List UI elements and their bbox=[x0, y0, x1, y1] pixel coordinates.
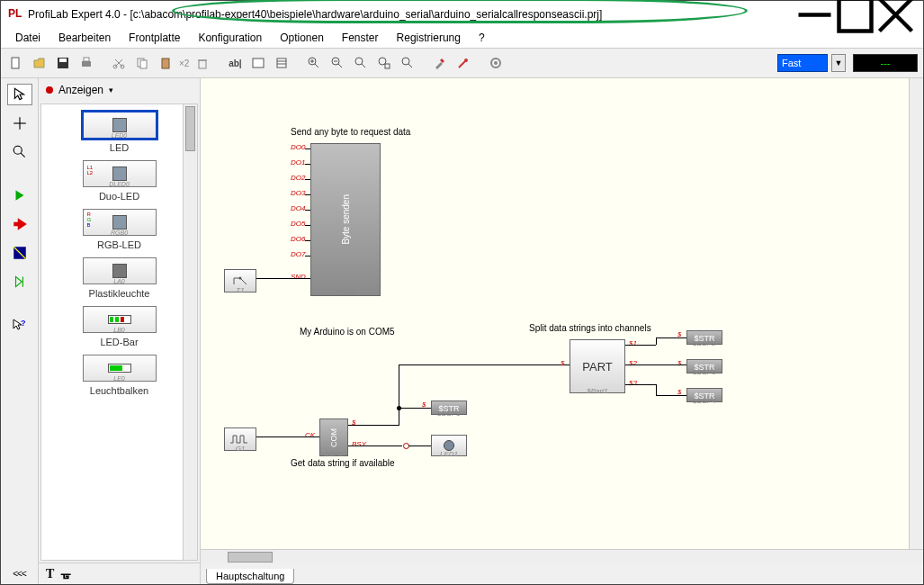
svg-line-32 bbox=[408, 64, 412, 68]
svg-rect-14 bbox=[199, 60, 206, 68]
canvas-vertical-scrollbar[interactable] bbox=[909, 78, 923, 549]
svg-rect-4 bbox=[12, 58, 19, 68]
zoom-out-button[interactable] bbox=[327, 53, 347, 73]
schematic-text: Split data strings into channels bbox=[529, 323, 651, 333]
block-part[interactable]: PART bbox=[570, 339, 625, 393]
zoom-in-button[interactable] bbox=[304, 53, 324, 73]
svg-line-25 bbox=[338, 64, 342, 68]
library-item-leuchtbalken[interactable]: LE0 Leuchtbalken bbox=[43, 349, 195, 398]
svg-rect-30 bbox=[385, 64, 390, 68]
list-button[interactable] bbox=[272, 53, 292, 73]
new-file-button[interactable] bbox=[6, 53, 26, 73]
library-panel: Anzeigen ▾ LED0 LED DLED0L1L2 Duo-LED RG… bbox=[39, 78, 201, 584]
speed-dropdown-button[interactable]: ▼ bbox=[831, 54, 846, 72]
library-item-plastik[interactable]: LA0 Plastikleuchte bbox=[43, 252, 195, 301]
library-item-duoled[interactable]: DLED0L1L2 Duo-LED bbox=[43, 155, 195, 203]
app-icon: PL bbox=[8, 7, 22, 22]
settings-button[interactable] bbox=[486, 53, 506, 73]
zoom-tool[interactable] bbox=[7, 141, 32, 163]
stop-tool[interactable] bbox=[7, 213, 32, 235]
block-cbs2[interactable]: Byte senden bbox=[310, 143, 381, 296]
menu-bar: Datei Bearbeiten Frontplatte Konfigurati… bbox=[1, 28, 923, 48]
chevron-down-icon[interactable]: ▾ bbox=[109, 86, 113, 94]
left-tool-strip: ? <<< bbox=[1, 78, 39, 584]
step-tool[interactable] bbox=[7, 271, 32, 292]
menu-registrierung[interactable]: Registrierung bbox=[388, 30, 470, 46]
label-button[interactable]: ab| bbox=[225, 53, 245, 73]
zoom-all-button[interactable] bbox=[398, 53, 417, 73]
svg-line-39 bbox=[21, 153, 25, 158]
canvas-horizontal-scrollbar[interactable] bbox=[201, 550, 923, 564]
menu-frontplatte[interactable]: Frontplatte bbox=[120, 30, 189, 46]
svg-point-27 bbox=[355, 58, 363, 65]
menu-bearbeiten[interactable]: Bearbeiten bbox=[49, 30, 120, 46]
library-scrollbar[interactable] bbox=[183, 104, 197, 560]
svg-text:?: ? bbox=[21, 319, 26, 328]
schematic-text: Send any byte to request data bbox=[291, 127, 410, 137]
svg-rect-16 bbox=[253, 58, 264, 68]
library-category-label[interactable]: Anzeigen bbox=[58, 84, 103, 96]
tools-button[interactable] bbox=[430, 53, 450, 73]
svg-point-38 bbox=[13, 146, 22, 154]
library-item-rgbled[interactable]: RGB0RGB RGB-LED bbox=[43, 203, 195, 252]
save-button[interactable] bbox=[53, 53, 73, 73]
svg-rect-7 bbox=[82, 61, 91, 67]
hilo-tool[interactable] bbox=[7, 242, 32, 264]
paste-multi-button[interactable]: ×2 bbox=[179, 53, 189, 73]
svg-rect-12 bbox=[140, 60, 147, 68]
run-tool[interactable] bbox=[7, 184, 32, 206]
schematic-canvas[interactable]: Send any byte to request data My Arduino… bbox=[201, 78, 923, 550]
maximize-button[interactable] bbox=[835, 2, 875, 27]
svg-rect-13 bbox=[162, 58, 169, 68]
svg-point-33 bbox=[464, 58, 468, 62]
library-item-led[interactable]: LED0 LED bbox=[43, 106, 195, 155]
cut-button[interactable] bbox=[109, 53, 129, 73]
menu-konfiguration[interactable]: Konfiguration bbox=[189, 30, 271, 46]
svg-line-21 bbox=[315, 64, 318, 68]
svg-point-31 bbox=[402, 58, 409, 65]
find-tool-button[interactable]: ᚗ bbox=[61, 567, 70, 580]
minimize-button[interactable] bbox=[794, 2, 835, 27]
svg-rect-8 bbox=[84, 58, 89, 61]
zoom-fit-button[interactable] bbox=[351, 53, 371, 73]
pointer-tool[interactable] bbox=[7, 84, 32, 105]
menu-datei[interactable]: Datei bbox=[6, 30, 49, 46]
expand-library-button[interactable]: <<< bbox=[7, 562, 32, 584]
library-status-icon bbox=[46, 86, 53, 94]
tab-hauptschaltung[interactable]: Hauptschaltung bbox=[206, 569, 294, 584]
main-toolbar: ×2 ab| Fast ▼ --- bbox=[1, 48, 923, 78]
menu-help[interactable]: ? bbox=[470, 30, 494, 46]
probe-button[interactable] bbox=[453, 53, 473, 73]
svg-rect-1 bbox=[839, 0, 872, 31]
svg-rect-6 bbox=[59, 58, 67, 62]
copy-button[interactable] bbox=[132, 53, 152, 73]
help-tool[interactable]: ? bbox=[7, 314, 32, 336]
schematic-text: Get data string if available bbox=[291, 458, 395, 468]
text-tool-button[interactable]: T bbox=[46, 567, 54, 581]
library-item-ledbar[interactable]: LB0 LED-Bar bbox=[43, 301, 195, 349]
speed-select[interactable]: Fast bbox=[777, 54, 828, 72]
print-button[interactable] bbox=[76, 53, 96, 73]
zoom-region-button[interactable] bbox=[374, 53, 394, 73]
delete-button[interactable] bbox=[193, 53, 212, 73]
close-button[interactable] bbox=[875, 2, 916, 27]
panel-button[interactable] bbox=[248, 53, 268, 73]
svg-rect-17 bbox=[277, 58, 286, 68]
schematic-text: My Arduino is on COM5 bbox=[300, 327, 395, 337]
menu-optionen[interactable]: Optionen bbox=[271, 30, 333, 46]
open-file-button[interactable] bbox=[30, 53, 49, 73]
menu-fenster[interactable]: Fenster bbox=[333, 30, 388, 46]
svg-point-35 bbox=[494, 61, 498, 65]
svg-line-28 bbox=[362, 64, 365, 68]
run-indicator: --- bbox=[853, 54, 918, 72]
svg-point-43 bbox=[239, 277, 242, 280]
window-title: ProfiLab Expert 4.0 - [c:\abacom\profila… bbox=[28, 8, 794, 21]
crosshair-tool[interactable] bbox=[7, 112, 32, 134]
paste-button[interactable] bbox=[156, 53, 175, 73]
